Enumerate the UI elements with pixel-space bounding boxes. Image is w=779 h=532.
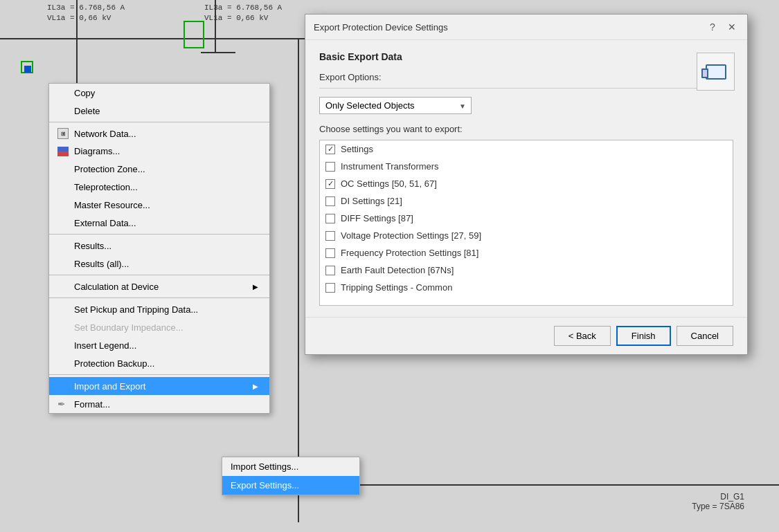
settings-item-tripping-settings[interactable]: Tripping Settings - Common	[320, 279, 733, 296]
context-menu-item-import-export[interactable]: Import and Export ▶	[49, 377, 269, 395]
context-menu-item-insert-legend[interactable]: Insert Legend...	[49, 336, 269, 354]
format-icon: ✒	[57, 398, 69, 410]
settings-item-voltage-protection[interactable]: Voltage Protection Settings [27, 59]	[320, 227, 733, 244]
diff-settings-checkbox[interactable]	[325, 214, 335, 223]
context-menu-item-teleprotection[interactable]: Teleprotection...	[49, 178, 269, 196]
settings-item-frequency-protection[interactable]: Frequency Protection Settings [81]	[320, 244, 733, 262]
results-all-icon	[57, 258, 69, 269]
context-menu-item-results[interactable]: Results...	[49, 237, 269, 255]
import-export-submenu: Import Settings... Export Settings...	[222, 457, 360, 495]
selected-node	[24, 66, 31, 73]
teleprotection-icon	[57, 181, 69, 192]
set-pickup-icon	[57, 304, 69, 315]
settings-list[interactable]: Settings Instrument Transformers OC Sett…	[319, 140, 733, 306]
diagram-label-vl1a-right: VL1a = 0,66 kV	[204, 14, 268, 22]
diagram-line	[0, 38, 312, 39]
tripping-settings-checkbox[interactable]	[325, 283, 335, 293]
protection-backup-icon	[57, 358, 69, 369]
context-menu-item-diagrams[interactable]: Diagrams...	[49, 143, 269, 160]
export-options-dropdown[interactable]: Only Selected Objects All Objects	[319, 97, 472, 114]
submenu-arrow: ▶	[253, 283, 258, 291]
help-button[interactable]: ?	[706, 20, 719, 34]
dropdown-wrapper: Only Selected Objects All Objects ▼	[319, 97, 472, 114]
diagram-line	[298, 484, 779, 486]
export-options-label: Export Options:	[319, 72, 733, 82]
oc-settings-checkbox[interactable]	[325, 179, 335, 189]
device-name: DI_G1	[692, 492, 744, 502]
external-data-icon	[57, 217, 69, 228]
context-menu-item-set-pickup[interactable]: Set Pickup and Tripping Data...	[49, 300, 269, 318]
diagram-line	[201, 52, 235, 53]
context-menu-item-results-all[interactable]: Results (all)...	[49, 255, 269, 273]
device-label: DI_G1 Type = 7SA86	[692, 492, 744, 511]
calculation-icon	[57, 281, 69, 292]
separator	[49, 122, 269, 122]
device-type: Type = 7SA86	[692, 502, 744, 511]
options-divider	[319, 88, 733, 89]
context-menu-item-copy[interactable]: Copy	[49, 84, 269, 102]
diagram-label-vl1a-left: VL1a = 0,66 kV	[47, 14, 111, 22]
context-menu-item-protection-backup[interactable]: Protection Backup...	[49, 354, 269, 372]
di-settings-checkbox[interactable]	[325, 196, 335, 206]
settings-item-settings[interactable]: Settings	[320, 140, 733, 158]
titlebar-buttons: ? ✕	[706, 20, 739, 34]
results-icon	[57, 240, 69, 251]
separator	[49, 234, 269, 235]
context-menu-item-format[interactable]: ✒ Format...	[49, 395, 269, 413]
context-menu-item-calculation-device[interactable]: Calculation at Device ▶	[49, 277, 269, 295]
export-dialog: Export Protection Device Settings ? ✕ Ba…	[305, 14, 748, 355]
set-boundary-icon	[57, 322, 69, 333]
dialog-body: Basic Export Data Export Options: Only S…	[305, 40, 747, 317]
voltage-protection-checkbox[interactable]	[325, 231, 335, 241]
context-menu: Copy Delete ⊞ Network Data... Diagrams..…	[48, 83, 270, 414]
context-menu-item-protection-zone[interactable]: Protection Zone...	[49, 160, 269, 178]
separator	[49, 275, 269, 275]
settings-item-diff-settings[interactable]: DIFF Settings [87]	[320, 210, 733, 227]
protection-zone-icon	[57, 163, 69, 174]
choose-settings-label: Choose settings you want to export:	[319, 124, 733, 134]
export-options-row: Only Selected Objects All Objects ▼	[319, 97, 733, 114]
close-button[interactable]: ✕	[725, 20, 739, 34]
context-menu-item-delete[interactable]: Delete	[49, 102, 269, 120]
context-menu-item-master-resource[interactable]: Master Resource...	[49, 196, 269, 214]
network-data-icon: ⊞	[57, 128, 69, 139]
section-title: Basic Export Data	[319, 51, 733, 62]
import-export-icon	[57, 380, 69, 392]
separator	[49, 297, 269, 298]
frequency-protection-checkbox[interactable]	[325, 248, 335, 258]
context-menu-item-external-data[interactable]: External Data...	[49, 214, 269, 232]
context-menu-item-set-boundary: Set Boundary Impedance...	[49, 318, 269, 336]
insert-legend-icon	[57, 340, 69, 351]
master-resource-icon	[57, 199, 69, 210]
submenu-item-export-settings[interactable]: Export Settings...	[222, 476, 359, 495]
settings-item-di-settings[interactable]: DI Settings [21]	[320, 192, 733, 210]
back-button[interactable]: < Back	[554, 326, 611, 346]
element-indicator	[183, 21, 204, 48]
dialog-footer: < Back Finish Cancel	[305, 317, 747, 354]
dialog-title: Export Protection Device Settings	[314, 22, 448, 33]
context-menu-item-network-data[interactable]: ⊞ Network Data...	[49, 125, 269, 143]
finish-button[interactable]: Finish	[616, 326, 671, 346]
diagram-label-il3a-right: IL3a = 6.768,56 A	[204, 3, 282, 12]
settings-checkbox[interactable]	[325, 145, 335, 154]
cancel-button[interactable]: Cancel	[677, 326, 733, 346]
delete-icon	[57, 105, 69, 116]
settings-item-instrument-transformers[interactable]: Instrument Transformers	[320, 158, 733, 175]
submenu-item-import-settings[interactable]: Import Settings...	[222, 457, 359, 476]
diagram-line	[298, 38, 299, 522]
instrument-transformers-checkbox[interactable]	[325, 162, 335, 172]
settings-item-oc-settings[interactable]: OC Settings [50, 51, 67]	[320, 175, 733, 192]
diagram-label-il3a-left: IL3a = 6.768,56 A	[47, 3, 125, 12]
copy-icon	[57, 87, 69, 98]
diagrams-icon	[57, 147, 69, 156]
separator	[49, 374, 269, 375]
dialog-titlebar: Export Protection Device Settings ? ✕	[305, 15, 747, 40]
settings-item-earth-fault[interactable]: Earth Fault Detection [67Ns]	[320, 262, 733, 279]
submenu-arrow-import-export: ▶	[253, 383, 258, 390]
dialog-icon	[697, 53, 735, 91]
earth-fault-checkbox[interactable]	[325, 266, 335, 275]
